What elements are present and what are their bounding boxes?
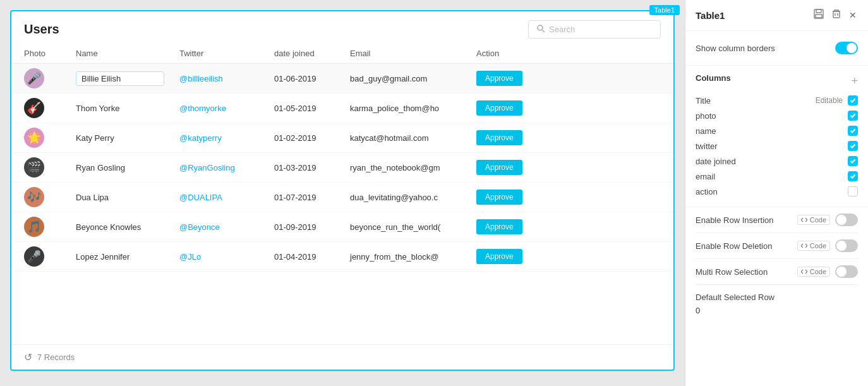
columns-header: Columns + — [696, 73, 858, 88]
svg-rect-3 — [816, 9, 821, 13]
row-insertion-toggle[interactable] — [835, 214, 858, 226]
cell-action: Approve — [469, 123, 673, 153]
cell-name: Beyonce Knowles — [68, 212, 172, 242]
cell-photo: 🎸 — [11, 93, 68, 123]
table-row[interactable]: 🌟Katy Perry@katyperry01-02-2019katycat@h… — [11, 123, 673, 153]
column-checkbox[interactable] — [848, 126, 858, 136]
approve-button[interactable]: Approve — [476, 130, 522, 145]
twitter-link[interactable]: @JLo — [179, 252, 201, 262]
column-item-name: twitter — [696, 142, 843, 151]
cell-action: Approve — [469, 153, 673, 183]
enable-row-insertion-label: Enable Row Insertion — [696, 215, 792, 225]
twitter-link[interactable]: @katyperry — [179, 133, 222, 143]
enable-row-deletion-row: Enable Row Deletion Code — [696, 233, 858, 259]
twitter-link[interactable]: @Beyonce — [179, 222, 220, 232]
table-row[interactable]: 🎤Lopez Jennifer@JLo01-04-2019jenny_from_… — [11, 242, 673, 272]
save-icon[interactable] — [812, 8, 825, 23]
table-header: Photo Name Twitter date joined Email Act… — [11, 44, 673, 64]
row-deletion-code-label: Code — [810, 242, 826, 250]
cell-twitter: @RyanGosling — [172, 153, 267, 183]
approve-button[interactable]: Approve — [476, 190, 522, 205]
cell-action: Approve — [469, 93, 673, 123]
default-row-section: Default Selected Row 0 — [696, 285, 858, 323]
default-row-label: Default Selected Row — [696, 293, 858, 302]
row-deletion-code-tag[interactable]: Code — [797, 241, 830, 251]
cell-email: beyonce_run_the_world( — [342, 212, 469, 242]
cell-name: Katy Perry — [68, 123, 172, 153]
approve-button[interactable]: Approve — [476, 160, 522, 175]
multi-row-code-tag[interactable]: Code — [797, 267, 830, 277]
column-checkbox[interactable] — [848, 111, 858, 121]
col-header-action: Action — [469, 44, 673, 64]
show-column-borders-label: Show column borders — [696, 44, 775, 53]
column-checkbox[interactable] — [848, 141, 858, 151]
close-icon[interactable]: ✕ — [848, 9, 858, 21]
svg-line-1 — [543, 30, 545, 33]
cell-twitter: @DUALIPA — [172, 183, 267, 212]
column-item-name: photo — [696, 111, 843, 121]
table-row[interactable]: 🎶Dua Lipa@DUALIPA01-07-2019dua_levitatin… — [11, 183, 673, 212]
approve-button[interactable]: Approve — [476, 71, 522, 86]
column-checkbox[interactable] — [848, 186, 858, 196]
twitter-link[interactable]: @thomyorke — [179, 104, 226, 113]
twitter-link[interactable]: @RyanGosling — [179, 163, 235, 172]
columns-list: TitleEditablephotonametwitterdate joined… — [696, 93, 858, 199]
approve-button[interactable]: Approve — [476, 100, 522, 116]
multi-row-selection-row: Multi Row Selection Code — [696, 259, 858, 285]
table-header-row: Users Search — [11, 11, 673, 44]
table-row[interactable]: 🎸Thom Yorke@thomyorke01-05-2019karma_pol… — [11, 93, 673, 123]
column-checkbox[interactable] — [848, 156, 858, 166]
approve-button[interactable]: Approve — [476, 219, 522, 234]
table-row[interactable]: 🎵Beyonce Knowles@Beyonce01-09-2019beyonc… — [11, 212, 673, 242]
column-item-name: name — [696, 126, 843, 136]
columns-section: Columns + TitleEditablephotonametwitterd… — [685, 66, 868, 207]
cell-name — [68, 64, 172, 93]
cell-name: Dua Lipa — [68, 183, 172, 212]
column-checkbox[interactable] — [848, 171, 858, 181]
search-placeholder: Search — [549, 25, 575, 34]
add-column-button[interactable]: + — [851, 75, 858, 87]
cell-name: Lopez Jennifer — [68, 242, 172, 272]
cell-date: 01-04-2019 — [267, 242, 342, 272]
cell-photo: 🎤 — [11, 242, 68, 272]
cell-photo: 🎤 — [11, 64, 68, 93]
cell-email: katycat@hotmail.com — [342, 123, 469, 153]
column-checkbox[interactable] — [848, 95, 858, 106]
cell-date: 01-07-2019 — [267, 183, 342, 212]
cell-action: Approve — [469, 242, 673, 272]
cell-twitter: @JLo — [172, 242, 267, 272]
settings-section: Enable Row Insertion Code Enable Row Del… — [685, 207, 868, 323]
table-row[interactable]: 🎤@billieeilish01-06-2019bad_guy@gmail.co… — [11, 64, 673, 93]
main-area: Table1 Users Search Photo Name — [0, 0, 685, 386]
show-column-borders-section: Show column borders — [685, 31, 868, 66]
col-header-email: Email — [342, 44, 469, 64]
cell-date: 01-05-2019 — [267, 93, 342, 123]
twitter-link[interactable]: @DUALIPA — [179, 193, 222, 202]
row-deletion-toggle[interactable] — [835, 239, 858, 252]
delete-icon[interactable] — [830, 8, 843, 23]
columns-label: Columns — [696, 73, 731, 83]
multi-row-toggle[interactable] — [835, 265, 858, 278]
enable-row-insertion-row: Enable Row Insertion Code — [696, 207, 858, 233]
cell-photo: 🎵 — [11, 212, 68, 242]
show-column-borders-toggle[interactable] — [835, 42, 858, 54]
twitter-link[interactable]: @billieeilish — [179, 74, 223, 83]
svg-rect-4 — [816, 15, 822, 18]
svg-rect-5 — [833, 11, 840, 18]
multi-row-selection-label: Multi Row Selection — [696, 267, 792, 277]
cell-twitter: @katyperry — [172, 123, 267, 153]
right-panel: Table1 ✕ Show column borders — [685, 0, 868, 386]
cell-action: Approve — [469, 212, 673, 242]
search-box[interactable]: Search — [528, 20, 661, 39]
cell-date: 01-09-2019 — [267, 212, 342, 242]
name-input[interactable] — [76, 71, 164, 86]
table-container: Users Search Photo Name Twitter — [10, 10, 675, 371]
approve-button[interactable]: Approve — [476, 249, 522, 264]
table-row[interactable]: 🎬Ryan Gosling@RyanGosling01-03-2019ryan_… — [11, 153, 673, 183]
cell-twitter: @Beyonce — [172, 212, 267, 242]
column-item: photo — [696, 108, 858, 123]
cell-twitter: @thomyorke — [172, 93, 267, 123]
row-insertion-code-tag[interactable]: Code — [797, 215, 830, 225]
svg-point-0 — [538, 25, 543, 30]
cell-photo: 🎬 — [11, 153, 68, 183]
